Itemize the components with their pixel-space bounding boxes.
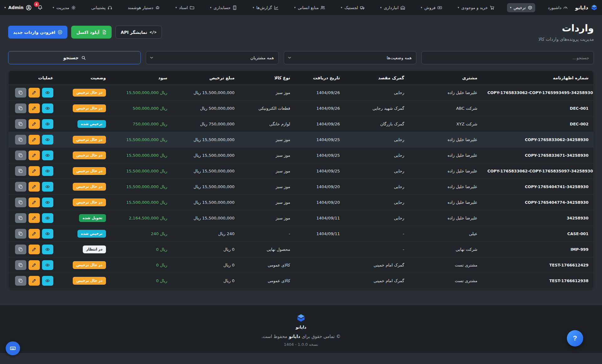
nav-item-reports[interactable]: گزارش‌ها▾ (250, 3, 281, 12)
view-button[interactable] (42, 276, 53, 286)
edit-button[interactable] (29, 103, 40, 113)
copy-icon (18, 106, 23, 111)
copy-button[interactable] (15, 213, 26, 223)
cell-status: در حال ترخیص (58, 195, 111, 210)
view-button[interactable] (42, 150, 53, 160)
cell-status: در حال ترخیص (58, 132, 111, 148)
add-import-button[interactable]: افزودن واردات جدید (8, 26, 67, 39)
help-button[interactable]: ? (567, 330, 583, 346)
view-button[interactable] (42, 166, 53, 176)
column-header-date: تاریخ دریافت (295, 71, 345, 85)
edit-button[interactable] (29, 245, 40, 254)
view-button[interactable] (42, 198, 53, 207)
copy-button[interactable] (15, 198, 26, 207)
eye-icon (45, 106, 50, 111)
plus-circle-icon (58, 30, 62, 34)
cell-goods: موز سبز (240, 195, 295, 210)
page-title-block: واردات مدیریت پرونده‌های واردات کالا (538, 23, 594, 42)
notifications-button[interactable]: 4 (37, 4, 44, 11)
copy-button[interactable] (15, 119, 26, 129)
copy-button[interactable] (15, 245, 26, 254)
copy-button[interactable] (15, 103, 26, 113)
cell-profit: 500,000,000 ریال (111, 101, 172, 116)
cell-customer: شرکت XYZ (409, 116, 482, 132)
nav-item-human-resources[interactable]: منابع انسانی▾ (291, 3, 328, 12)
copyright-text-before: تمامی حقوق برای (302, 334, 335, 339)
nav-item-management[interactable]: مدیریت▾ (50, 3, 79, 12)
copy-button[interactable] (15, 88, 26, 98)
view-button[interactable] (42, 245, 53, 254)
copy-button[interactable] (15, 166, 26, 176)
view-button[interactable] (42, 103, 53, 113)
edit-button[interactable] (29, 198, 40, 207)
api-viewer-button[interactable]: </> نمایشگر API (115, 26, 162, 39)
cell-customer: علیرضا خلیل زاده (409, 195, 482, 210)
cell-amount: 750,000,000 ریال (172, 116, 240, 132)
cell-customs: رحایی (345, 163, 409, 179)
nav-item-warehousing[interactable]: انبارداری▾ (378, 3, 408, 12)
view-button[interactable] (42, 229, 53, 239)
edit-button[interactable] (29, 182, 40, 192)
table-row: COPY-1765833062-34258930علیرضا خلیل زاده… (8, 132, 594, 148)
view-button[interactable] (42, 135, 53, 145)
search-icon (81, 55, 86, 60)
view-button[interactable] (42, 182, 53, 192)
edit-button[interactable] (29, 166, 40, 176)
nav-item-label: حسابداری (214, 5, 230, 10)
copy-button[interactable] (15, 135, 26, 145)
upload-excel-button[interactable]: آپلود اکسل (71, 26, 112, 39)
nav-item-dashboard[interactable]: داشبورد (545, 3, 571, 12)
copy-button[interactable] (15, 182, 26, 192)
nav-item-support[interactable]: پشتیبانی (88, 3, 115, 12)
copy-button[interactable] (15, 229, 26, 239)
table-row: DEC-001شرکت ABCگمرک شهید رجایی1404/09/26… (8, 101, 594, 116)
edit-button[interactable] (29, 119, 40, 129)
cell-actions (8, 226, 58, 242)
pencil-icon (32, 153, 36, 158)
edit-button[interactable] (29, 88, 40, 98)
edit-button[interactable] (29, 150, 40, 160)
edit-button[interactable] (29, 276, 40, 286)
cell-customs: رحایی (345, 85, 409, 101)
row-actions (13, 88, 53, 98)
chat-widget-button[interactable] (6, 341, 20, 355)
edit-button[interactable] (29, 229, 40, 239)
cell-amount: 15,500,000,000 ریال (172, 148, 240, 163)
status-select[interactable]: همه وضعیت‌ها (284, 51, 416, 64)
nav-item-clearance[interactable]: ترخیص▾ (507, 3, 535, 12)
edit-button[interactable] (29, 135, 40, 145)
search-input[interactable] (421, 51, 594, 64)
view-button[interactable] (42, 260, 53, 270)
brand[interactable]: دایانو (575, 4, 598, 11)
eye-icon (45, 278, 50, 283)
view-button[interactable] (42, 119, 53, 129)
cell-profit: 15,500,000,000 ریال (111, 148, 172, 163)
nav-item-accounting[interactable]: حسابداری▾ (207, 3, 240, 12)
nav-item-sales[interactable]: فروش▾ (418, 3, 445, 12)
row-actions (13, 276, 53, 286)
row-actions (13, 229, 53, 239)
status-badge: ترخیص شده (77, 230, 106, 237)
edit-button[interactable] (29, 260, 40, 270)
cell-goods: - (240, 226, 295, 242)
user-menu-button[interactable]: Admin ▾ (4, 5, 32, 11)
cell-customer: عیلی (409, 226, 482, 242)
cash-icon (437, 5, 442, 10)
nav-item-purchasing-inventory[interactable]: خرید و موجودی▾ (455, 3, 497, 12)
search-button[interactable]: جستجو (8, 51, 141, 64)
copy-button[interactable] (15, 150, 26, 160)
cell-declaration: COPY-1765833671-34258930 (482, 148, 594, 163)
nav-item-documents[interactable]: اسناد▾ (172, 3, 197, 12)
view-button[interactable] (42, 213, 53, 223)
copy-icon (18, 263, 23, 267)
view-button[interactable] (42, 88, 53, 98)
edit-button[interactable] (29, 213, 40, 223)
cell-date: 1404/09/26 (295, 101, 345, 116)
copy-button[interactable] (15, 260, 26, 270)
nav-item-smart-assistant[interactable]: دستیار هوشمند (125, 3, 163, 12)
cell-customer: مشتری تست (409, 273, 482, 289)
nav-item-logistics[interactable]: لجستیک▾ (338, 3, 367, 12)
cell-goods: موز سبز (240, 132, 295, 148)
customer-select[interactable]: همه مشتریان (146, 51, 278, 64)
copy-button[interactable] (15, 276, 26, 286)
